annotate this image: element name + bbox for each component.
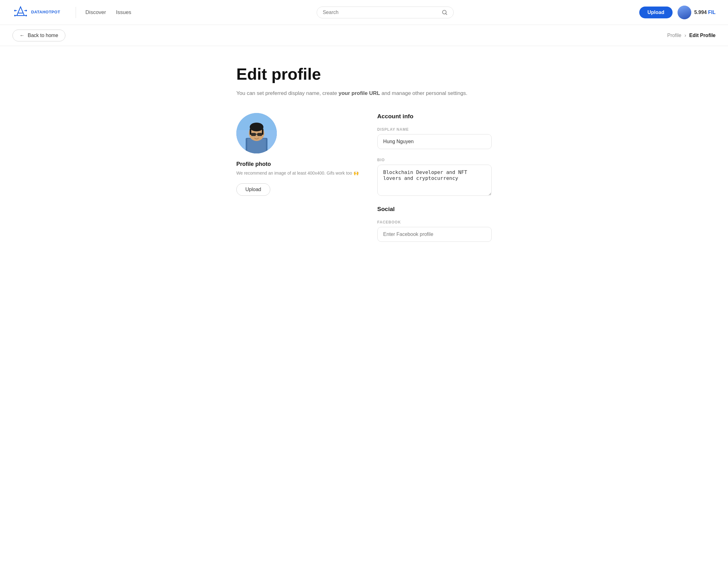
balance-value: 5.994 (694, 10, 707, 15)
social-heading: Social (378, 206, 492, 213)
facebook-input[interactable] (378, 227, 492, 242)
logo-text: DATAHOTPOT (31, 10, 60, 14)
breadcrumb-profile-link[interactable]: Profile (667, 33, 681, 38)
bio-group: BIO Blockchain Developer and NFT lovers … (378, 158, 492, 197)
svg-point-11 (250, 123, 263, 131)
breadcrumb-bar: ← Back to home Profile › Edit Profile (0, 25, 728, 46)
main-content: Edit profile You can set preferred displ… (224, 46, 504, 275)
breadcrumb: Profile › Edit Profile (667, 33, 716, 38)
info-section: Account info DISPLAY NAME BIO Blockchain… (378, 113, 492, 250)
bio-input[interactable]: Blockchain Developer and NFT lovers and … (378, 165, 492, 196)
nav-issues[interactable]: Issues (116, 9, 131, 16)
photo-hint: We recommend an image of at least 400x40… (236, 170, 359, 177)
avatar (678, 6, 691, 19)
display-name-input[interactable] (378, 134, 492, 149)
header: DATAHOTPOT Discover Issues Upload 5.994 … (0, 0, 728, 25)
facebook-label: FACEBOOK (378, 220, 492, 224)
profile-photo (236, 113, 277, 154)
avatar-image (678, 6, 691, 19)
back-label: Back to home (28, 33, 58, 38)
chevron-right-icon: › (684, 33, 686, 38)
account-info-heading: Account info (378, 113, 492, 120)
fil-balance: 5.994 FIL (694, 10, 716, 15)
bio-label: BIO (378, 158, 492, 162)
facebook-group: FACEBOOK (378, 220, 492, 242)
header-right: Upload 5.994 FIL (639, 6, 716, 19)
search-icon (442, 9, 448, 16)
photo-section: Profile photo We recommend an image of a… (236, 113, 359, 250)
logo-icon (12, 4, 29, 21)
svg-point-1 (14, 10, 16, 11)
form-layout: Profile photo We recommend an image of a… (236, 113, 492, 250)
svg-point-4 (26, 15, 27, 16)
svg-rect-14 (251, 133, 256, 136)
nav-discover[interactable]: Discover (85, 9, 106, 16)
svg-point-3 (14, 15, 16, 16)
back-to-home-button[interactable]: ← Back to home (12, 30, 66, 42)
photo-label: Profile photo (236, 161, 271, 167)
subtitle-after: and manage other personal settings. (380, 90, 467, 96)
nav: Discover Issues (85, 9, 131, 16)
svg-rect-15 (257, 133, 262, 136)
fil-label: FIL (708, 10, 716, 15)
avatar-wrap[interactable]: 5.994 FIL (678, 6, 716, 19)
svg-point-2 (26, 10, 27, 11)
logo[interactable]: DATAHOTPOT (12, 4, 60, 21)
upload-photo-button[interactable]: Upload (236, 183, 270, 196)
back-arrow-icon: ← (20, 33, 25, 38)
page-title: Edit profile (236, 65, 492, 83)
search-bar (138, 6, 633, 18)
display-name-group: DISPLAY NAME (378, 127, 492, 149)
display-name-label: DISPLAY NAME (378, 127, 492, 132)
upload-button[interactable]: Upload (639, 6, 672, 18)
subtitle-plain: You can set preferred display name, crea… (236, 90, 338, 96)
header-divider (76, 7, 76, 18)
profile-avatar-image (236, 113, 277, 154)
search-input[interactable] (322, 10, 438, 15)
search-input-wrap (317, 6, 454, 18)
page-subtitle: You can set preferred display name, crea… (236, 89, 492, 98)
subtitle-bold: your profile URL (338, 90, 380, 96)
breadcrumb-current: Edit Profile (690, 33, 716, 38)
